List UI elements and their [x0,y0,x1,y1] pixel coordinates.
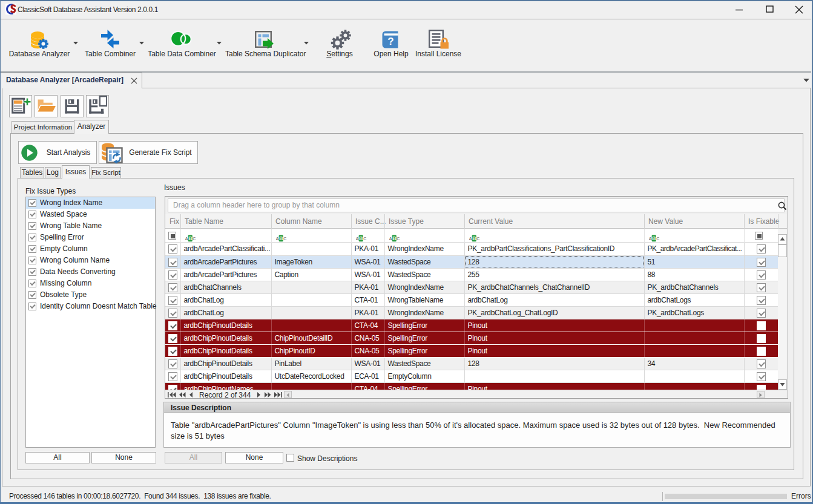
svg-text:?: ? [387,36,393,47]
